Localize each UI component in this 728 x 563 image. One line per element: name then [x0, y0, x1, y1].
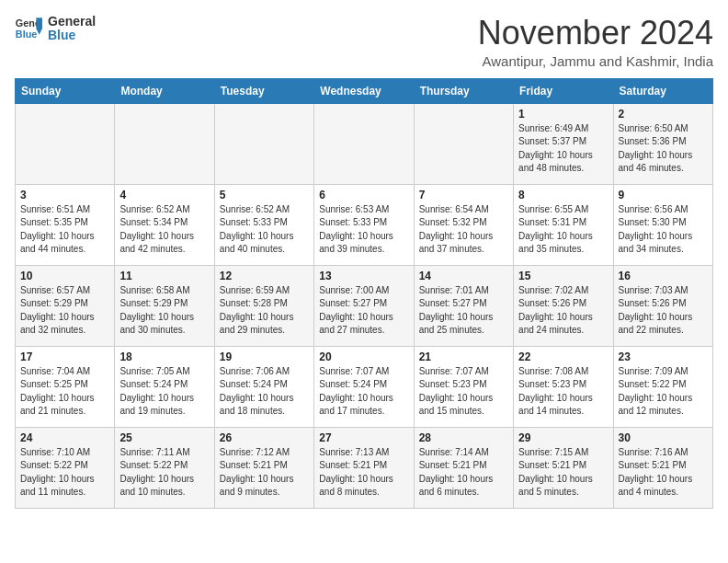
calendar-cell: 5Sunrise: 6:52 AMSunset: 5:33 PMDaylight…: [214, 184, 313, 265]
calendar-week-4: 17Sunrise: 7:04 AMSunset: 5:25 PMDayligh…: [16, 346, 713, 427]
day-info: Sunrise: 7:07 AMSunset: 5:23 PMDaylight:…: [419, 365, 508, 419]
day-info: Sunrise: 7:09 AMSunset: 5:22 PMDaylight:…: [619, 365, 708, 419]
calendar-cell: 1Sunrise: 6:49 AMSunset: 5:37 PMDaylight…: [514, 103, 613, 184]
calendar-cell: 19Sunrise: 7:06 AMSunset: 5:24 PMDayligh…: [214, 346, 313, 427]
calendar-cell: 28Sunrise: 7:14 AMSunset: 5:21 PMDayligh…: [414, 427, 513, 508]
weekday-header-sunday: Sunday: [16, 78, 115, 103]
day-number: 15: [518, 270, 608, 282]
calendar-cell: 6Sunrise: 6:53 AMSunset: 5:33 PMDaylight…: [314, 184, 414, 265]
calendar-cell: 14Sunrise: 7:01 AMSunset: 5:27 PMDayligh…: [414, 265, 513, 346]
day-number: 23: [619, 350, 708, 363]
calendar-cell: 11Sunrise: 6:58 AMSunset: 5:29 PMDayligh…: [115, 265, 214, 346]
day-info: Sunrise: 7:12 AMSunset: 5:21 PMDaylight:…: [220, 446, 309, 500]
day-number: 24: [20, 431, 109, 444]
logo-general-text: General: [48, 15, 96, 29]
day-info: Sunrise: 6:56 AMSunset: 5:30 PMDaylight:…: [619, 203, 708, 257]
day-number: 30: [619, 431, 708, 444]
svg-marker-3: [36, 29, 42, 35]
calendar-cell: 24Sunrise: 7:10 AMSunset: 5:22 PMDayligh…: [16, 427, 115, 508]
calendar-cell: 18Sunrise: 7:05 AMSunset: 5:24 PMDayligh…: [115, 346, 214, 427]
page-header: General Blue General Blue November 2024 …: [15, 15, 713, 69]
calendar-cell: 17Sunrise: 7:04 AMSunset: 5:25 PMDayligh…: [16, 346, 115, 427]
day-number: 22: [518, 350, 608, 363]
calendar-cell: 23Sunrise: 7:09 AMSunset: 5:22 PMDayligh…: [613, 346, 712, 427]
location-text: Awantipur, Jammu and Kashmir, India: [478, 53, 713, 69]
weekday-header-tuesday: Tuesday: [214, 78, 313, 103]
day-number: 4: [119, 189, 209, 201]
day-info: Sunrise: 7:06 AMSunset: 5:24 PMDaylight:…: [220, 365, 309, 419]
day-info: Sunrise: 6:49 AMSunset: 5:37 PMDaylight:…: [518, 122, 608, 176]
day-info: Sunrise: 7:03 AMSunset: 5:26 PMDaylight:…: [619, 284, 708, 338]
day-info: Sunrise: 7:04 AMSunset: 5:25 PMDaylight:…: [20, 365, 109, 419]
weekday-header-monday: Monday: [115, 78, 214, 103]
calendar-cell: 15Sunrise: 7:02 AMSunset: 5:26 PMDayligh…: [514, 265, 613, 346]
logo: General Blue General Blue: [15, 15, 96, 43]
day-info: Sunrise: 7:00 AMSunset: 5:27 PMDaylight:…: [319, 284, 408, 338]
day-info: Sunrise: 6:57 AMSunset: 5:29 PMDaylight:…: [20, 284, 109, 338]
day-number: 8: [518, 189, 608, 201]
day-number: 17: [20, 350, 109, 363]
day-number: 25: [119, 431, 209, 444]
day-number: 7: [419, 189, 508, 201]
calendar-cell: 10Sunrise: 6:57 AMSunset: 5:29 PMDayligh…: [16, 265, 115, 346]
weekday-header-thursday: Thursday: [414, 78, 513, 103]
day-info: Sunrise: 7:11 AMSunset: 5:22 PMDaylight:…: [119, 446, 209, 500]
calendar-cell: 29Sunrise: 7:15 AMSunset: 5:21 PMDayligh…: [514, 427, 613, 508]
svg-text:Blue: Blue: [16, 29, 37, 40]
calendar-cell: 8Sunrise: 6:55 AMSunset: 5:31 PMDaylight…: [514, 184, 613, 265]
calendar-body: 1Sunrise: 6:49 AMSunset: 5:37 PMDaylight…: [16, 103, 713, 508]
day-number: 12: [220, 270, 309, 282]
calendar-week-1: 1Sunrise: 6:49 AMSunset: 5:37 PMDaylight…: [16, 103, 713, 184]
calendar-cell: [414, 103, 513, 184]
day-info: Sunrise: 7:16 AMSunset: 5:21 PMDaylight:…: [619, 446, 708, 500]
logo-blue-text: Blue: [48, 29, 96, 42]
day-number: 2: [619, 108, 708, 121]
day-number: 28: [419, 431, 508, 444]
day-number: 3: [20, 189, 109, 201]
calendar-cell: 16Sunrise: 7:03 AMSunset: 5:26 PMDayligh…: [613, 265, 712, 346]
calendar-cell: 27Sunrise: 7:13 AMSunset: 5:21 PMDayligh…: [314, 427, 414, 508]
calendar-cell: 30Sunrise: 7:16 AMSunset: 5:21 PMDayligh…: [613, 427, 712, 508]
day-number: 20: [319, 350, 408, 363]
day-info: Sunrise: 7:15 AMSunset: 5:21 PMDaylight:…: [518, 446, 608, 500]
calendar-cell: 9Sunrise: 6:56 AMSunset: 5:30 PMDaylight…: [613, 184, 712, 265]
calendar-cell: 13Sunrise: 7:00 AMSunset: 5:27 PMDayligh…: [314, 265, 414, 346]
day-number: 14: [419, 270, 508, 282]
day-info: Sunrise: 6:51 AMSunset: 5:35 PMDaylight:…: [20, 203, 109, 257]
day-info: Sunrise: 7:14 AMSunset: 5:21 PMDaylight:…: [419, 446, 508, 500]
weekday-header-friday: Friday: [514, 78, 613, 103]
calendar-cell: [214, 103, 313, 184]
svg-marker-2: [36, 18, 42, 29]
day-number: 5: [220, 189, 309, 201]
calendar-cell: 22Sunrise: 7:08 AMSunset: 5:23 PMDayligh…: [514, 346, 613, 427]
day-info: Sunrise: 6:52 AMSunset: 5:34 PMDaylight:…: [119, 203, 209, 257]
calendar-cell: [115, 103, 214, 184]
day-info: Sunrise: 7:05 AMSunset: 5:24 PMDaylight:…: [119, 365, 209, 419]
day-number: 16: [619, 270, 708, 282]
calendar-cell: 25Sunrise: 7:11 AMSunset: 5:22 PMDayligh…: [115, 427, 214, 508]
day-number: 11: [119, 270, 209, 282]
day-info: Sunrise: 7:10 AMSunset: 5:22 PMDaylight:…: [20, 446, 109, 500]
day-info: Sunrise: 6:55 AMSunset: 5:31 PMDaylight:…: [518, 203, 608, 257]
day-info: Sunrise: 7:01 AMSunset: 5:27 PMDaylight:…: [419, 284, 508, 338]
day-number: 29: [518, 431, 608, 444]
title-block: November 2024 Awantipur, Jammu and Kashm…: [478, 15, 713, 69]
calendar-cell: 4Sunrise: 6:52 AMSunset: 5:34 PMDaylight…: [115, 184, 214, 265]
day-number: 27: [319, 431, 408, 444]
day-info: Sunrise: 6:58 AMSunset: 5:29 PMDaylight:…: [119, 284, 209, 338]
calendar-header: SundayMondayTuesdayWednesdayThursdayFrid…: [16, 78, 713, 103]
day-number: 13: [319, 270, 408, 282]
day-number: 19: [220, 350, 309, 363]
day-info: Sunrise: 6:52 AMSunset: 5:33 PMDaylight:…: [220, 203, 309, 257]
day-number: 1: [518, 108, 608, 121]
day-number: 9: [619, 189, 708, 201]
calendar-cell: 26Sunrise: 7:12 AMSunset: 5:21 PMDayligh…: [214, 427, 313, 508]
weekday-header-saturday: Saturday: [613, 78, 712, 103]
calendar-cell: [16, 103, 115, 184]
calendar-cell: 7Sunrise: 6:54 AMSunset: 5:32 PMDaylight…: [414, 184, 513, 265]
day-info: Sunrise: 7:07 AMSunset: 5:24 PMDaylight:…: [319, 365, 408, 419]
calendar-cell: 21Sunrise: 7:07 AMSunset: 5:23 PMDayligh…: [414, 346, 513, 427]
calendar-week-5: 24Sunrise: 7:10 AMSunset: 5:22 PMDayligh…: [16, 427, 713, 508]
day-info: Sunrise: 7:08 AMSunset: 5:23 PMDaylight:…: [518, 365, 608, 419]
logo-icon: General Blue: [15, 15, 42, 42]
